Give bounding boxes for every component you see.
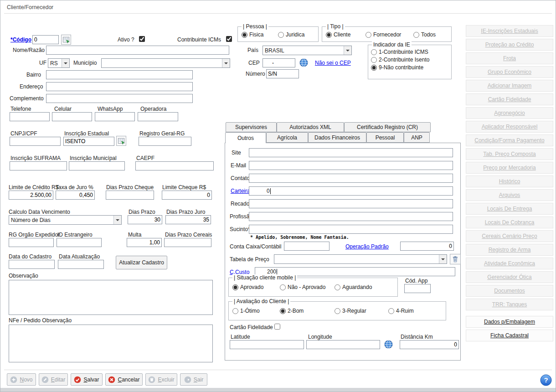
radio-tipo-todos-input[interactable] (413, 32, 419, 38)
id-estrangeiro-input[interactable] (57, 238, 102, 247)
conta-caixa-input[interactable] (284, 242, 329, 251)
radio-tipo-cliente-input[interactable] (326, 32, 332, 38)
radio-pessoa-juridica[interactable]: Juridica (278, 31, 304, 38)
coordinates-globe-button[interactable] (382, 339, 394, 350)
radio-situacao-aguardando-input[interactable] (335, 284, 340, 290)
atualizar-cadastro-button[interactable]: Atualizar Cadastro (116, 256, 167, 269)
radio-avaliacao-ruim-input[interactable] (388, 308, 394, 314)
operadora-input[interactable] (138, 112, 178, 121)
radio-avaliacao-otimo-input[interactable] (232, 308, 238, 314)
radio-situacao-aprovado-input[interactable] (232, 284, 238, 290)
sucinto-input[interactable] (249, 225, 453, 234)
distancia-km-input[interactable] (400, 340, 459, 349)
dias-prazo-cereais-input[interactable] (164, 238, 211, 247)
multa-input[interactable] (127, 238, 162, 247)
dias-prazo-cheque-input[interactable] (106, 191, 154, 200)
complemento-input[interactable] (46, 94, 193, 103)
data-cadastro-input[interactable] (9, 260, 55, 269)
whatsapp-input[interactable] (95, 112, 135, 121)
tab-autorizados-xml[interactable]: Autorizados XML (277, 122, 344, 132)
inscricao-municipal-input[interactable] (69, 161, 125, 170)
sidebar-item-ficha-cadastral[interactable]: Ficha Cadastral (466, 330, 553, 341)
contato-input[interactable] (249, 174, 453, 183)
longitude-input[interactable] (306, 340, 380, 349)
registro-geral-input[interactable] (139, 137, 191, 146)
inscricao-estadual-input[interactable] (63, 137, 114, 146)
radio-pessoa-fisica[interactable]: Fisica (242, 31, 263, 38)
radio-avaliacao-otimo[interactable]: 1-Ótimo (232, 308, 260, 314)
cartao-fidelidade-checkbox[interactable] (274, 324, 280, 330)
radio-tipo-cliente[interactable]: Cliente (326, 31, 350, 38)
radio-ie-nao-contribuinte-input[interactable] (371, 65, 377, 71)
inscricao-suframa-input[interactable] (10, 161, 67, 170)
ativo-checkbox[interactable] (139, 36, 145, 42)
contribuinte-icms-checkbox[interactable] (226, 36, 232, 42)
telefone-input[interactable] (10, 112, 50, 121)
radio-situacao-aguardando[interactable]: Aguardando (335, 284, 372, 290)
codigo-input[interactable] (32, 35, 59, 44)
nao-sei-cep-link[interactable]: Não sei o CEP (315, 60, 351, 66)
codigo-lookup-button[interactable] (61, 35, 71, 45)
uf-select[interactable]: RS (48, 58, 70, 68)
cep-globe-button[interactable] (298, 57, 309, 68)
limite-cheque-input[interactable] (162, 191, 212, 200)
radio-tipo-todos[interactable]: Todos (413, 31, 436, 38)
endereco-input[interactable] (46, 82, 193, 91)
operacao-padrao-input[interactable] (400, 242, 454, 251)
taxa-juro-input[interactable] (56, 191, 95, 200)
radio-situacao-aprovado[interactable]: Aprovado (232, 284, 263, 290)
profissao-input[interactable] (249, 212, 453, 221)
radio-ie-contribuinte-icms-input[interactable] (371, 49, 377, 55)
radio-avaliacao-regular[interactable]: 3-Regular (335, 308, 366, 314)
data-atualizacao-input[interactable] (58, 260, 104, 269)
municipio-select[interactable] (101, 58, 230, 68)
radio-ie-contribuinte-icms[interactable]: 1-Contribuinte ICMS (371, 49, 428, 55)
radio-ie-nao-contribuinte[interactable]: 9-Não contribuinte (371, 64, 423, 71)
cod-app-input[interactable] (404, 284, 431, 293)
celular-input[interactable] (52, 112, 92, 121)
numero-input[interactable] (266, 69, 299, 78)
tab-supervisores[interactable]: Supervisores (226, 122, 277, 132)
radio-tipo-fornecedor[interactable]: Fornecedor (366, 31, 401, 38)
tab-outros[interactable]: Outros (225, 132, 266, 143)
observacao-textarea[interactable] (9, 280, 213, 315)
sidebar-item-dados-p-embalagem[interactable]: Dados p/Embalagem (466, 316, 553, 328)
dias-prazo-input[interactable] (128, 215, 162, 224)
cnpj-cpf-input[interactable] (10, 137, 61, 146)
radio-avaliacao-ruim[interactable]: 4-Ruim (388, 308, 414, 314)
radio-situacao-nao-aprovado-input[interactable] (280, 284, 286, 290)
nome-razao-input[interactable] (46, 46, 229, 55)
tab-pessoal[interactable]: Pessoal (366, 132, 404, 143)
radio-pessoa-juridica-input[interactable] (278, 32, 284, 38)
tab-certificado-registro[interactable]: Certificado Registro (CR) (344, 122, 431, 132)
radio-situacao-nao-aprovado[interactable]: Não - Aprovado (280, 284, 325, 290)
radio-avaliacao-bom[interactable]: 2-Bom (280, 308, 304, 314)
site-input[interactable] (249, 148, 453, 157)
calculo-data-vencimento-select[interactable]: Número de Dias (9, 215, 122, 225)
radio-ie-contribuinte-isento-input[interactable] (371, 57, 377, 63)
help-button[interactable]: ? (540, 374, 552, 386)
cep-input[interactable] (263, 58, 295, 67)
tab-dados-financeiros[interactable]: Dados Financeiros (308, 132, 366, 143)
radio-ie-contribuinte-isento[interactable]: 2-Contribuinte Isento (371, 57, 429, 63)
inscricao-estadual-lookup-button[interactable] (116, 136, 126, 146)
pais-select[interactable]: BRASIL (263, 46, 352, 55)
bairro-input[interactable] (46, 70, 193, 79)
recado-input[interactable] (249, 199, 453, 208)
rg-orgao-expedidor-input[interactable] (9, 238, 54, 247)
tab-agricola[interactable]: Agrícola (266, 132, 308, 143)
carteira-input[interactable]: 0 (249, 186, 453, 196)
codigo-label[interactable]: *Código (10, 36, 31, 43)
radio-avaliacao-bom-input[interactable] (280, 308, 286, 314)
salvar-button[interactable]: Salvar (71, 373, 103, 386)
radio-tipo-fornecedor-input[interactable] (366, 32, 371, 38)
operacao-padrao-link[interactable]: Operação Padrão (345, 243, 389, 250)
tab-anp[interactable]: ANP (404, 132, 430, 143)
email-input[interactable] (249, 161, 453, 170)
nfe-pedido-observacao-textarea[interactable] (9, 325, 213, 362)
tabela-preco-clear-button[interactable] (450, 254, 461, 264)
caepf-input[interactable] (135, 161, 214, 170)
latitude-input[interactable] (230, 340, 304, 349)
cancelar-button[interactable]: Cancelar (105, 373, 143, 386)
radio-pessoa-fisica-input[interactable] (242, 32, 247, 38)
